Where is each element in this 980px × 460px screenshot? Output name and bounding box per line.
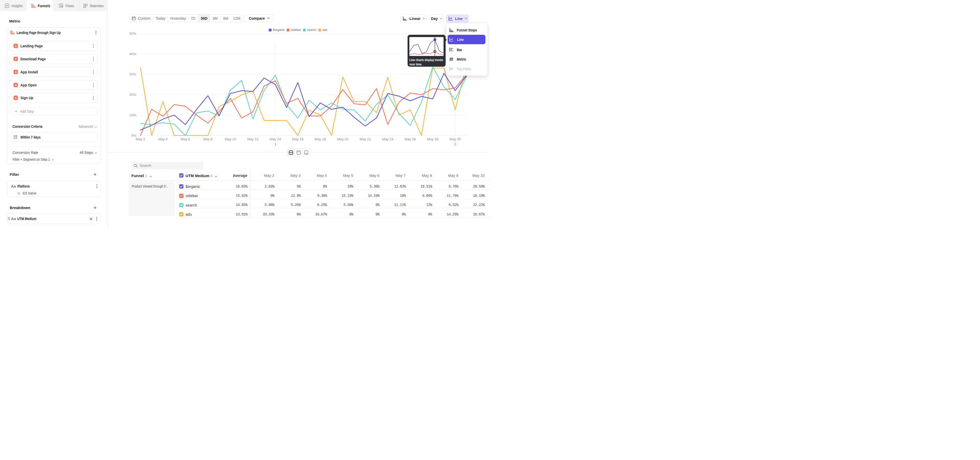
- svg-text:May 10: May 10: [225, 137, 236, 141]
- svg-text:May 26: May 26: [404, 137, 416, 141]
- svg-text:10%: 10%: [129, 113, 136, 117]
- svg-text:20%: 20%: [129, 93, 136, 97]
- svg-text:1: 1: [454, 142, 456, 146]
- svg-text:May 12: May 12: [247, 137, 259, 141]
- svg-text:May 16: May 16: [292, 137, 304, 141]
- svg-text:May 8: May 8: [203, 137, 213, 141]
- svg-text:May 14: May 14: [270, 137, 281, 141]
- svg-text:50%: 50%: [129, 32, 136, 35]
- svg-text:May 20: May 20: [337, 137, 348, 141]
- svg-text:May 24: May 24: [382, 137, 393, 141]
- svg-text:1: 1: [275, 142, 277, 146]
- svg-text:30%: 30%: [129, 72, 136, 76]
- svg-text:May 30: May 30: [449, 137, 461, 141]
- svg-text:40%: 40%: [129, 52, 136, 56]
- svg-text:May 6: May 6: [181, 137, 190, 141]
- svg-text:May 2: May 2: [136, 137, 145, 141]
- svg-text:May 28: May 28: [427, 137, 438, 141]
- svg-text:May 4: May 4: [158, 137, 168, 141]
- svg-text:0%: 0%: [131, 134, 136, 137]
- svg-text:May 18: May 18: [315, 137, 326, 141]
- svg-text:May 22: May 22: [360, 137, 371, 141]
